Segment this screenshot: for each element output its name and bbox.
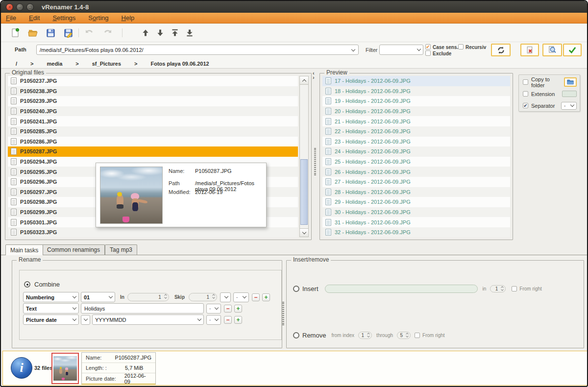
tab-main-tasks[interactable]: Main tasks [5,244,43,255]
numbering-format-combo[interactable]: 01 [81,292,115,302]
insert-text-field[interactable] [325,285,478,293]
preview-file-row[interactable]: 21 - Holidays - 2012-06-09.JPG [322,116,510,126]
preview-file-row[interactable]: 20 - Holidays - 2012-06-09.JPG [322,106,510,117]
original-file-row[interactable]: P1050323.JPG [8,227,298,238]
preview-file-row[interactable]: 17 - Holidays - 2012-06-09.JPG [322,76,510,86]
menu-file[interactable]: File [6,14,16,22]
date-extra-combo[interactable] [81,315,90,325]
tab-common-renamings[interactable]: Common renamings [42,244,105,255]
scrollbar[interactable] [299,76,309,237]
move-to-top-icon[interactable] [169,26,181,39]
text-value-input[interactable]: Holidays [81,303,204,314]
new-file-icon[interactable] [9,26,22,39]
breadcrumb-media[interactable]: media [47,61,63,67]
case-sens-checkbox[interactable]: ✔ [425,44,431,49]
save-icon[interactable] [44,26,57,39]
insert-radio[interactable] [293,286,299,292]
numbering-extra-combo[interactable] [220,292,231,302]
remove-rule-button-1[interactable]: − [252,293,260,301]
in-spinner[interactable]: 1 [127,293,169,301]
breadcrumb-sf-pictures[interactable]: sf_Pictures [92,61,121,67]
insert-from-right-checkbox[interactable] [512,286,517,291]
preview-file-row[interactable]: 27 - Holidays - 2012-06-09.JPG [322,177,510,187]
rename-type-combo-1[interactable]: Numbering [23,292,79,302]
collapse-right-icon[interactable]: › [313,75,315,80]
preview-file-row[interactable]: 23 - Holidays - 2012-06-09.JPG [322,137,510,147]
menu-sorting[interactable]: Sorting [88,14,108,22]
separator-combo-3[interactable]: - [206,315,221,325]
insert-in-spinner[interactable]: 1 [490,285,506,292]
menu-edit[interactable]: Edit [29,14,40,22]
preview-button[interactable] [542,44,562,56]
preview-file-row[interactable]: 32 - Holidays - 2012-06-09.JPG [322,227,510,238]
open-folder-icon[interactable] [26,26,39,39]
remove-rule-button-2[interactable]: − [224,305,232,313]
preview-file-row[interactable]: 29 - Holidays - 2012-06-09.JPG [322,197,510,207]
original-file-row[interactable]: P1050240.JPG [8,106,298,117]
remove-from-right-checkbox[interactable] [415,333,420,338]
from-index-spinner[interactable]: 1 [358,332,372,339]
breadcrumb-root[interactable]: / [16,61,17,67]
preview-file-row[interactable]: 24 - Holidays - 2012-06-09.JPG [322,146,510,157]
separator-combo-2[interactable]: - [206,304,221,314]
maximize-button[interactable]: ▢ [26,3,34,11]
preview-file-row[interactable]: 18 - Holidays - 2012-06-09.JPG [322,86,510,97]
separator-checkbox[interactable]: ✔ [523,103,528,108]
remove-radio[interactable] [293,332,299,339]
original-file-row[interactable]: P1050237.JPG [8,76,298,86]
preview-file-row[interactable]: 25 - Holidays - 2012-06-09.JPG [322,157,510,167]
minimize-button[interactable]: – [16,3,24,11]
menu-help[interactable]: Help [122,14,135,22]
move-down-icon[interactable] [154,26,167,39]
rename-type-combo-2[interactable]: Text [23,303,79,314]
add-rule-button-2[interactable]: + [234,305,242,313]
scroll-track[interactable] [300,85,308,228]
original-file-row[interactable]: P1050239.JPG [8,96,298,106]
preview-file-row[interactable]: 22 - Holidays - 2012-06-09.JPG [322,126,510,137]
close-button[interactable]: ✕ [6,3,13,11]
move-to-bottom-icon[interactable] [183,26,196,39]
add-rule-button-1[interactable]: + [262,293,270,301]
breadcrumb-folder[interactable]: Fotos playa 09.06.2012 [150,61,209,67]
scroll-up-button[interactable] [300,76,308,85]
exclude-checkbox[interactable] [425,50,431,56]
original-file-row[interactable]: P1050286.JPG [8,137,298,147]
copy-folder-button[interactable] [564,77,577,87]
bottom-splitter-grip[interactable] [282,302,284,325]
preview-file-row[interactable]: 30 - Holidays - 2012-06-09.JPG [322,207,510,218]
move-up-icon[interactable] [139,26,152,39]
filter-combo[interactable] [379,45,423,55]
clear-button[interactable] [520,44,539,56]
path-input[interactable]: /media/sf_Pictures/Fotos playa 09.06.201… [36,45,359,55]
preview-file-row[interactable]: 31 - Holidays - 2012-06-09.JPG [322,217,510,227]
menu-settings[interactable]: Settings [52,14,75,22]
splitter-grip[interactable] [314,148,316,175]
scroll-thumb[interactable] [300,159,308,225]
remove-rule-button-3[interactable]: − [224,316,232,324]
original-file-row[interactable]: P1050241.JPG [8,116,298,126]
skip-spinner[interactable]: 1 [189,293,217,301]
combine-radio[interactable] [24,281,30,288]
through-spinner[interactable]: 5 [397,332,411,339]
rename-type-combo-3[interactable]: Picture date [23,314,79,325]
preview-file-row[interactable]: 28 - Holidays - 2012-06-09.JPG [322,187,510,197]
refresh-button[interactable] [491,44,511,56]
tab-tag-mp3[interactable]: Tag mp3 [105,244,137,255]
scroll-down-button[interactable] [300,228,308,237]
copy-to-folder-checkbox[interactable] [523,79,528,85]
original-file-row[interactable]: P1050285.JPG [8,126,298,137]
extension-checkbox[interactable] [523,91,528,97]
recursiv-checkbox[interactable] [458,44,464,49]
preview-file-row[interactable]: 26 - Holidays - 2012-06-09.JPG [322,167,510,177]
add-rule-button-3[interactable]: + [234,316,242,324]
original-file-row[interactable]: P1050287.JPG [8,146,298,157]
save-as-icon[interactable] [62,26,74,39]
extension-field[interactable] [562,91,577,97]
splitter-collapse-arrows[interactable]: ‹ › [313,71,315,80]
separator-combo-1[interactable]: - [233,292,249,302]
original-file-row[interactable]: P1050238.JPG [8,86,298,97]
chevron-down-icon[interactable] [351,48,355,51]
separator-combo[interactable]: - [561,102,577,110]
date-format-combo[interactable]: YYYYMMDD [92,314,204,325]
preview-file-row[interactable]: 19 - Holidays - 2012-06-09.JPG [322,96,510,106]
